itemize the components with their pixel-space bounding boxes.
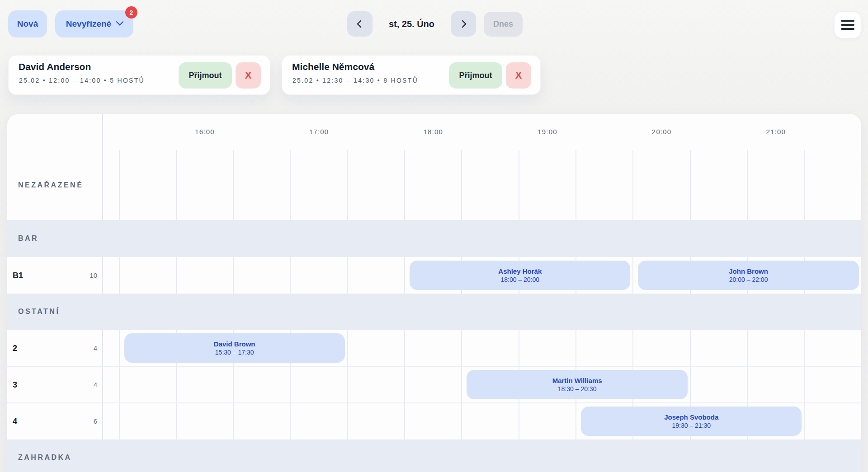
reservation-app: Nová Nevyřízené 2 st, 25. Úno Dnes David… bbox=[0, 0, 868, 472]
reservation-event[interactable]: Martin Williams18:30 – 20:30 bbox=[467, 370, 687, 399]
row-divider bbox=[7, 366, 861, 367]
event-time-range: 19:30 – 21:30 bbox=[672, 421, 711, 430]
row-capacity: 4 bbox=[7, 381, 97, 389]
event-guest-name: Martin Williams bbox=[552, 376, 602, 385]
event-guest-name: Ashley Horák bbox=[498, 267, 542, 276]
time-label: 19:00 bbox=[519, 125, 576, 138]
current-date-label: st, 25. Úno bbox=[373, 11, 451, 37]
timeline-row[interactable] bbox=[7, 366, 861, 403]
row-capacity: 6 bbox=[7, 417, 97, 425]
event-guest-name: John Brown bbox=[729, 267, 768, 276]
accept-button[interactable]: Přijmout bbox=[179, 62, 232, 89]
chevron-right-icon bbox=[459, 20, 467, 28]
time-label: 17:00 bbox=[290, 125, 347, 138]
card-actions: Přijmout X bbox=[179, 62, 261, 89]
card-actions: Přijmout X bbox=[449, 62, 531, 89]
section-header-band bbox=[7, 439, 861, 472]
event-guest-name: Joseph Svoboda bbox=[664, 413, 718, 422]
time-label: 18:00 bbox=[405, 125, 462, 138]
new-reservation-label: Nová bbox=[17, 19, 38, 29]
decline-button[interactable]: X bbox=[506, 62, 531, 89]
timeline-panel: 16:0017:0018:0019:0020:0021:00NEZAŘAZENÉ… bbox=[7, 114, 861, 472]
accept-button[interactable]: Přijmout bbox=[449, 62, 502, 89]
pending-count-badge: 2 bbox=[125, 6, 137, 19]
prev-day-button[interactable] bbox=[347, 11, 373, 37]
event-guest-name: David Brown bbox=[214, 340, 255, 349]
section-label: ZAHRADKA bbox=[18, 453, 72, 462]
reservation-details: 25.02 • 12:30 – 14:30 • 8 HOSTŮ bbox=[292, 77, 418, 84]
guest-name: Michelle Němcová bbox=[292, 61, 374, 72]
reservation-details: 25.02 • 12:00 – 14:00 • 5 HOSTŮ bbox=[19, 77, 145, 84]
time-label: 21:00 bbox=[747, 125, 804, 138]
time-label: 16:00 bbox=[176, 125, 233, 138]
pending-request-card: David Anderson 25.02 • 12:00 – 14:00 • 5… bbox=[8, 55, 270, 95]
guest-name: David Anderson bbox=[19, 61, 91, 72]
section-label: NEZAŘAZENÉ bbox=[18, 181, 83, 190]
section-header-band bbox=[7, 220, 861, 257]
decline-button[interactable]: X bbox=[236, 62, 261, 89]
hamburger-icon bbox=[841, 20, 854, 22]
section-label: BAR bbox=[18, 234, 38, 243]
reservation-event[interactable]: John Brown20:00 – 22:00 bbox=[638, 261, 859, 290]
pending-dropdown-button[interactable]: Nevyřízené bbox=[55, 10, 133, 37]
pending-dropdown-label: Nevyřízené bbox=[66, 19, 111, 29]
today-button[interactable]: Dnes bbox=[484, 12, 523, 37]
pending-request-card: Michelle Němcová 25.02 • 12:30 – 14:30 •… bbox=[282, 55, 541, 95]
event-time-range: 15:30 – 17:30 bbox=[215, 348, 254, 356]
section-label: OSTATNÍ bbox=[18, 307, 60, 316]
section-header-band bbox=[7, 294, 861, 330]
event-time-range: 20:00 – 22:00 bbox=[729, 276, 768, 284]
time-label: 20:00 bbox=[633, 125, 690, 138]
section-lane-unassigned[interactable] bbox=[7, 150, 861, 220]
event-time-range: 18:30 – 20:30 bbox=[558, 385, 597, 393]
row-capacity: 4 bbox=[7, 344, 97, 352]
reservation-event[interactable]: Ashley Horák18:00 – 20:00 bbox=[410, 261, 630, 290]
next-day-button[interactable] bbox=[451, 11, 476, 37]
reservation-event[interactable]: David Brown15:30 – 17:30 bbox=[124, 333, 345, 363]
hamburger-menu-button[interactable] bbox=[834, 11, 861, 38]
event-time-range: 18:00 – 20:00 bbox=[500, 276, 539, 284]
row-capacity: 10 bbox=[7, 271, 97, 280]
reservation-event[interactable]: Joseph Svoboda19:30 – 21:30 bbox=[581, 407, 802, 436]
chevron-down-icon bbox=[116, 18, 124, 26]
chevron-left-icon bbox=[357, 20, 365, 28]
new-reservation-button[interactable]: Nová bbox=[8, 10, 47, 37]
row-divider bbox=[7, 402, 861, 403]
